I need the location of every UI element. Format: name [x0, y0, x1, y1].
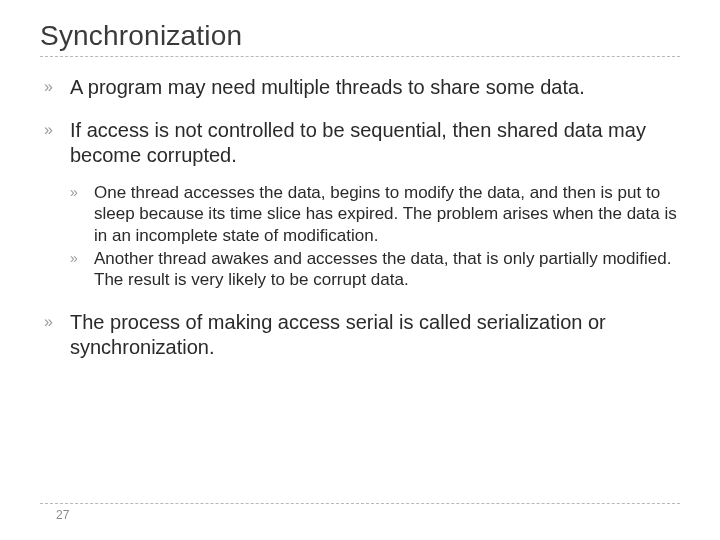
- list-item: » One thread accesses the data, begins t…: [70, 182, 680, 246]
- list-item: » If access is not controlled to be sequ…: [44, 118, 680, 292]
- footer-divider: [40, 503, 680, 504]
- bullet-list: » A program may need multiple threads to…: [40, 75, 680, 360]
- bullet-icon: »: [44, 75, 70, 97]
- footer: 27: [40, 503, 680, 522]
- bullet-icon: »: [44, 310, 70, 332]
- bullet-icon: »: [70, 182, 94, 202]
- list-item: » The process of making access serial is…: [44, 310, 680, 360]
- list-item: » Another thread awakes and accesses the…: [70, 248, 680, 291]
- list-item-body: If access is not controlled to be sequen…: [70, 118, 680, 292]
- page-number: 27: [40, 508, 680, 522]
- list-item-text: Another thread awakes and accesses the d…: [94, 248, 680, 291]
- sub-bullet-list: » One thread accesses the data, begins t…: [70, 182, 680, 290]
- list-item-text: A program may need multiple threads to s…: [70, 75, 680, 100]
- list-item-text: One thread accesses the data, begins to …: [94, 182, 680, 246]
- title-divider: [40, 56, 680, 57]
- list-item-text: The process of making access serial is c…: [70, 310, 680, 360]
- slide-title: Synchronization: [40, 20, 680, 52]
- bullet-icon: »: [70, 248, 94, 268]
- list-item: » A program may need multiple threads to…: [44, 75, 680, 100]
- list-item-text: If access is not controlled to be sequen…: [70, 118, 680, 168]
- bullet-icon: »: [44, 118, 70, 140]
